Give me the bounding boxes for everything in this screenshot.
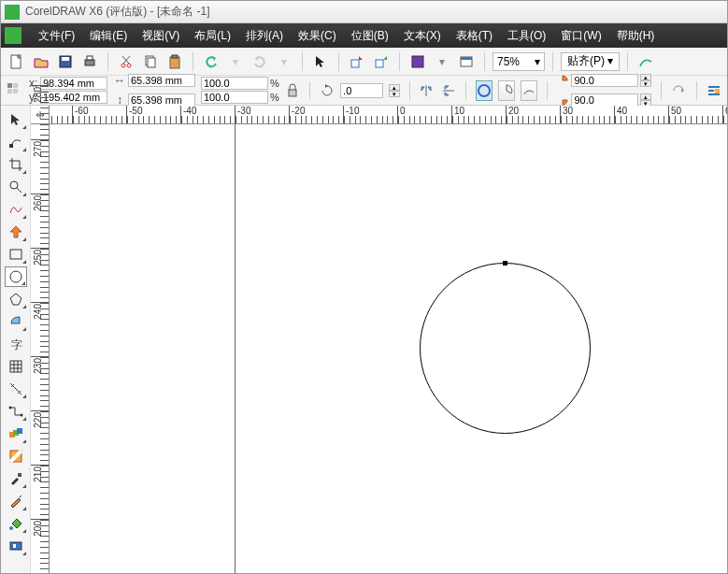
toolbox: 字 [1,106,31,574]
zoom-value: 75% [497,55,520,68]
transparency-tool[interactable] [5,446,27,466]
x-input[interactable] [40,77,107,90]
polygon-tool[interactable] [5,289,27,309]
separator [302,52,303,71]
ruler-tick-label: 10 [454,106,464,116]
snap-combo[interactable]: 贴齐(P) ▾ [561,52,620,71]
menu-text[interactable]: 文本(X) [396,24,449,48]
rotation-input[interactable] [340,83,383,98]
outline-tool[interactable] [5,491,27,511]
export-button[interactable] [371,51,392,72]
undo-dropdown[interactable]: ▾ [225,51,246,72]
menu-edit[interactable]: 编辑(E) [82,24,135,48]
ruler-tick-label: 230 [33,358,43,374]
separator [484,52,485,71]
save-button[interactable] [55,51,76,72]
copy-button[interactable] [140,51,161,72]
menu-layout[interactable]: 布局(L) [187,24,238,48]
welcome-button[interactable] [456,51,477,72]
app-menu-icon[interactable] [5,27,21,44]
property-bar: x: y: ↔ ↕ % % ▴▾ ▴▾ ▴▾ [1,76,727,106]
svg-rect-28 [10,250,21,259]
new-doc-button[interactable] [7,51,27,72]
print-button[interactable] [79,51,100,72]
freehand-tool[interactable] [5,199,27,220]
connector-tool[interactable] [5,401,27,422]
width-input[interactable] [128,74,195,87]
app-launcher-dropdown[interactable]: ▾ [432,51,452,72]
ruler-tick-label: 280 [33,87,43,103]
table-tool[interactable] [5,356,27,377]
height-input[interactable] [128,93,195,107]
menu-bar: 文件(F) 编辑(E) 视图(V) 布局(L) 排列(A) 效果(C) 位图(B… [1,23,727,48]
text-tool[interactable]: 字 [5,334,27,354]
separator [661,81,662,100]
import-button[interactable] [347,51,367,72]
mirror-v-button[interactable] [440,80,456,101]
svg-rect-10 [172,55,178,58]
menu-tools[interactable]: 工具(O) [500,24,553,48]
dimension-tool[interactable] [5,379,27,399]
svg-rect-25 [708,93,720,95]
rotation-spinner[interactable]: ▴▾ [389,84,400,97]
pick-tool[interactable] [5,109,27,130]
menu-bitmaps[interactable]: 位图(B) [344,24,396,48]
smart-fill-tool[interactable] [5,222,27,242]
canvas-area: -70-60-50-40-30-20-100102030405060708090… [31,106,727,574]
svg-rect-8 [148,58,155,67]
options-button[interactable] [635,51,656,72]
ruler-tick-label: 40 [617,106,627,116]
undo-button[interactable] [201,51,221,72]
ruler-tick-label: 30 [563,106,573,116]
shape-node-handle[interactable] [503,261,507,265]
lock-ratio-button[interactable] [285,80,301,101]
shape-tool[interactable] [5,132,27,152]
zoom-combo[interactable]: 75% ▾ [492,52,545,71]
eyedropper-tool[interactable] [5,468,27,489]
open-button[interactable] [31,51,51,72]
ellipse-mode-button[interactable] [476,80,492,101]
ellipse-object[interactable] [420,263,591,434]
blend-tool[interactable] [5,423,27,444]
menu-table[interactable]: 表格(T) [449,24,500,48]
page-boundary [235,124,236,574]
start-angle-input[interactable] [571,74,638,87]
menu-view[interactable]: 视图(V) [135,24,187,48]
redo-dropdown[interactable]: ▾ [274,51,294,72]
app-launcher-button[interactable] [407,51,428,72]
horizontal-ruler[interactable]: -70-60-50-40-30-20-100102030405060708090… [50,106,727,124]
vertical-ruler[interactable]: 2802702602502402302202102001901801701601… [31,124,50,574]
menu-effects[interactable]: 效果(C) [291,24,344,48]
menu-help[interactable]: 帮助(H) [609,24,663,48]
end-angle-input[interactable] [571,93,638,107]
drawing-canvas[interactable] [50,124,727,574]
zoom-tool[interactable] [5,177,27,197]
pick-tool-icon[interactable] [310,51,331,72]
basic-shapes-tool[interactable] [5,311,27,332]
svg-rect-36 [17,428,22,434]
menu-file[interactable]: 文件(F) [31,24,82,48]
fill-tool[interactable] [5,513,27,534]
pct-label: % [270,92,279,103]
menu-window[interactable]: 窗口(W) [553,24,608,48]
ellipse-tool[interactable] [5,266,27,287]
cut-button[interactable] [116,51,136,72]
y-input[interactable] [40,91,107,104]
scale-x-input[interactable] [201,77,268,90]
interactive-fill-tool[interactable] [5,536,27,556]
ruler-tick-label: 20 [508,106,519,116]
scale-y-input[interactable] [201,91,268,104]
direction-button[interactable] [671,80,687,101]
mirror-h-button[interactable] [420,80,435,101]
menu-arrange[interactable]: 排列(A) [238,24,291,48]
pie-mode-button[interactable] [498,80,515,101]
redo-button[interactable] [250,51,270,72]
rectangle-tool[interactable] [5,244,27,265]
crop-tool[interactable] [5,154,27,175]
start-angle-spinner[interactable]: ▴▾ [640,74,651,87]
end-angle-spinner[interactable]: ▴▾ [640,93,651,107]
ruler-tick-label: 0 [400,106,406,116]
wrap-text-button[interactable] [706,80,721,101]
paste-button[interactable] [164,51,185,72]
arc-mode-button[interactable] [521,80,537,101]
